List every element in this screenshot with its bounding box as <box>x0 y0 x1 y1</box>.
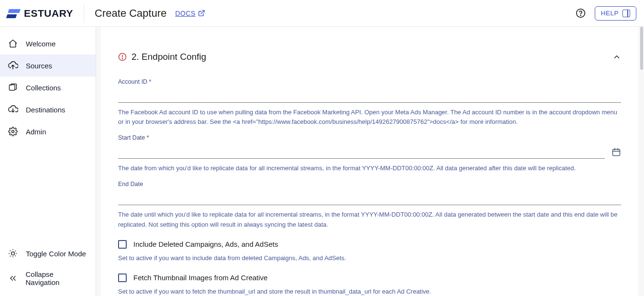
svg-point-18 <box>122 58 122 59</box>
sidebar-item-welcome[interactable]: Welcome <box>0 33 96 55</box>
collapse-navigation[interactable]: Collapse Navigation <box>0 264 96 292</box>
content-wrap: 2. Endpoint Config Account ID * The Face… <box>96 27 644 296</box>
sidebar-item-label: Admin <box>26 128 46 136</box>
svg-line-10 <box>10 251 11 251</box>
home-icon <box>8 38 18 49</box>
help-icon-button[interactable] <box>576 8 586 19</box>
collapse-label: Collapse Navigation <box>26 270 88 286</box>
fetch-thumbnails-label: Fetch Thumbnail Images from Ad Creative <box>133 274 268 282</box>
panel-icon <box>622 10 630 17</box>
docs-link[interactable]: DOCS <box>175 10 205 17</box>
scrollbar[interactable] <box>640 27 643 70</box>
docs-link-label: DOCS <box>175 10 196 17</box>
upload-cloud-icon <box>8 60 18 71</box>
sidebar-item-label: Welcome <box>26 40 55 48</box>
download-cloud-icon <box>8 104 18 115</box>
brand-logo[interactable]: ESTUARY <box>8 4 84 23</box>
alert-circle-icon <box>118 53 127 61</box>
start-date-help: The date from which you'd like to replic… <box>118 164 621 173</box>
topbar-right: HELP <box>576 6 636 21</box>
sidebar-item-collections[interactable]: Collections <box>0 77 96 99</box>
account-id-help: The Facebook Ad account ID to use when p… <box>118 108 621 127</box>
chevron-up-icon <box>612 53 621 61</box>
sidebar: Welcome Sources Collections Destinations <box>0 27 96 296</box>
include-deleted-checkbox[interactable] <box>118 240 127 249</box>
sun-icon <box>8 248 18 259</box>
external-link-icon <box>198 10 205 17</box>
sidebar-item-sources[interactable]: Sources <box>0 55 96 77</box>
account-id-input[interactable] <box>118 90 621 103</box>
sidebar-item-admin[interactable]: Admin <box>0 121 96 143</box>
end-date-label: End Date <box>118 181 621 187</box>
brand-text: ESTUARY <box>24 8 73 19</box>
toggle-color-mode[interactable]: Toggle Color Mode <box>0 242 96 264</box>
end-date-input[interactable] <box>118 192 621 205</box>
calendar-icon <box>611 147 621 157</box>
svg-line-0 <box>201 11 204 14</box>
sidebar-item-label: Collections <box>26 84 61 92</box>
help-panel-label: HELP <box>601 10 619 17</box>
svg-rect-19 <box>613 149 620 155</box>
page-title: Create Capture <box>95 7 166 20</box>
include-deleted-label: Include Deleted Campaigns, Ads, and AdSe… <box>133 240 278 248</box>
svg-line-11 <box>15 256 16 256</box>
start-date-input[interactable] <box>118 146 605 159</box>
include-deleted-help: Set to active if you want to include dat… <box>118 253 621 263</box>
endpoint-config-header[interactable]: 2. Endpoint Config <box>118 52 621 62</box>
section-title: 2. Endpoint Config <box>131 52 608 62</box>
start-date-picker-button[interactable] <box>611 147 621 159</box>
svg-point-6 <box>12 131 14 133</box>
toggle-color-label: Toggle Color Mode <box>26 250 86 258</box>
logo-mark-icon <box>6 7 22 20</box>
layers-icon <box>8 82 18 93</box>
sidebar-item-label: Destinations <box>26 106 65 114</box>
svg-line-14 <box>10 256 11 256</box>
question-circle-icon <box>576 8 586 18</box>
gear-icon <box>8 126 18 137</box>
account-id-label: Account ID * <box>118 78 621 85</box>
start-date-label: Start Date * <box>118 134 621 141</box>
svg-point-2 <box>580 15 581 15</box>
end-date-help: The date until which you'd like to repli… <box>118 210 621 229</box>
help-panel-button[interactable]: HELP <box>595 6 636 21</box>
chevrons-left-icon <box>8 273 18 284</box>
sidebar-item-destinations[interactable]: Destinations <box>0 99 96 121</box>
svg-line-15 <box>15 251 16 251</box>
topbar: ESTUARY Create Capture DOCS HELP <box>0 0 644 27</box>
fetch-thumbnails-checkbox[interactable] <box>118 274 127 282</box>
svg-rect-4 <box>10 85 15 90</box>
sidebar-item-label: Sources <box>26 62 52 70</box>
content-card: 2. Endpoint Config Account ID * The Face… <box>101 27 638 296</box>
fetch-thumbnails-help: Set to active if you want to fetch the t… <box>118 287 621 296</box>
svg-point-7 <box>11 252 15 255</box>
